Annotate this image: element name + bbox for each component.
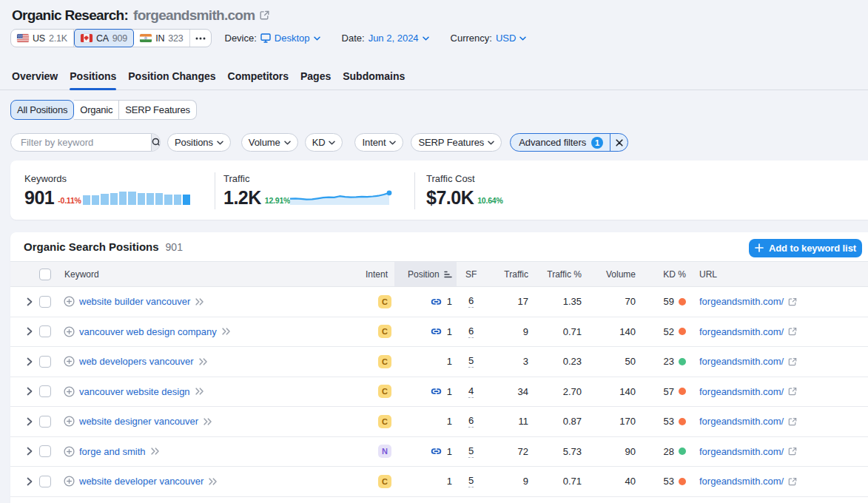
add-keyword-icon[interactable] bbox=[64, 476, 75, 487]
serp-features-count[interactable]: 4 bbox=[468, 385, 474, 398]
expand-row-chevron-icon[interactable] bbox=[27, 357, 33, 366]
url-link[interactable]: forgeandsmith.com/ bbox=[699, 476, 784, 487]
row-checkbox[interactable] bbox=[39, 445, 51, 457]
expand-row-chevron-icon[interactable] bbox=[27, 297, 33, 306]
intent-badge[interactable]: C bbox=[378, 475, 391, 488]
expand-row-chevron-icon[interactable] bbox=[27, 327, 33, 336]
url-external-link-icon[interactable] bbox=[788, 357, 797, 366]
intent-badge[interactable]: C bbox=[378, 355, 391, 368]
expand-row-chevron-icon[interactable] bbox=[27, 417, 33, 426]
add-keyword-icon[interactable] bbox=[64, 326, 75, 337]
expand-row-chevron-icon[interactable] bbox=[27, 477, 33, 486]
url-link[interactable]: forgeandsmith.com/ bbox=[699, 296, 784, 307]
expand-row-chevron-icon[interactable] bbox=[27, 447, 33, 456]
url-link[interactable]: forgeandsmith.com/ bbox=[699, 386, 784, 397]
date-selector[interactable]: Date: Jun 2, 2024 bbox=[342, 33, 429, 44]
add-keyword-icon[interactable] bbox=[64, 446, 75, 457]
filter-chip-intent[interactable]: Intent bbox=[354, 133, 403, 152]
intent-badge[interactable]: C bbox=[378, 295, 391, 308]
keyword-details-icon[interactable] bbox=[209, 478, 218, 485]
row-checkbox[interactable] bbox=[39, 385, 51, 397]
intent-badge[interactable]: N bbox=[378, 445, 391, 458]
currency-selector[interactable]: Currency: USD bbox=[451, 33, 527, 44]
expand-row-chevron-icon[interactable] bbox=[27, 387, 33, 396]
device-selector[interactable]: Device: Desktop bbox=[225, 33, 320, 44]
segment-all-positions[interactable]: All Positions bbox=[10, 100, 74, 120]
country-button-in[interactable]: IN 323 bbox=[134, 30, 189, 47]
tab-positions[interactable]: Positions bbox=[70, 67, 116, 90]
url-link[interactable]: forgeandsmith.com/ bbox=[699, 416, 784, 427]
column-header-traffic[interactable]: Traffic bbox=[504, 269, 528, 280]
column-header-sf[interactable]: SF bbox=[465, 269, 477, 280]
serp-features-count[interactable]: 6 bbox=[468, 295, 474, 308]
clear-advanced-filters-button[interactable] bbox=[610, 134, 628, 151]
segment-organic[interactable]: Organic bbox=[74, 100, 119, 120]
country-button-us[interactable]: US 2.1K bbox=[11, 30, 74, 47]
add-keyword-icon[interactable] bbox=[64, 356, 75, 367]
serp-link-icon[interactable] bbox=[431, 326, 442, 337]
serp-features-count[interactable]: 6 bbox=[468, 415, 474, 428]
keyword-link[interactable]: website builder vancouver bbox=[79, 296, 190, 307]
tab-position-changes[interactable]: Position Changes bbox=[128, 67, 215, 90]
add-to-keyword-list-button[interactable]: Add to keyword list bbox=[749, 239, 862, 257]
domain-external-link-icon[interactable] bbox=[260, 10, 269, 23]
filter-chip-serp-features[interactable]: SERP Features bbox=[411, 133, 502, 152]
serp-features-count[interactable]: 6 bbox=[468, 325, 474, 338]
intent-badge[interactable]: C bbox=[378, 385, 391, 398]
serp-features-count[interactable]: 5 bbox=[468, 475, 474, 487]
intent-badge[interactable]: C bbox=[378, 325, 391, 338]
url-external-link-icon[interactable] bbox=[788, 387, 797, 396]
add-keyword-icon[interactable] bbox=[64, 416, 75, 427]
column-header-intent[interactable]: Intent bbox=[366, 269, 388, 280]
row-checkbox[interactable] bbox=[39, 416, 51, 428]
intent-badge[interactable]: C bbox=[378, 415, 391, 428]
column-header-url[interactable]: URL bbox=[699, 269, 717, 280]
column-header-volume[interactable]: Volume bbox=[606, 269, 636, 280]
url-link[interactable]: forgeandsmith.com/ bbox=[699, 326, 784, 337]
add-keyword-icon[interactable] bbox=[64, 386, 75, 397]
url-link[interactable]: forgeandsmith.com/ bbox=[699, 356, 784, 367]
column-header-kd[interactable]: KD % bbox=[663, 269, 686, 280]
keyword-link[interactable]: website designer vancouver bbox=[79, 416, 198, 427]
keyword-filter-input[interactable] bbox=[11, 134, 151, 151]
serp-features-count[interactable]: 5 bbox=[468, 355, 474, 368]
search-button[interactable] bbox=[151, 134, 161, 151]
serp-link-icon[interactable] bbox=[431, 386, 442, 396]
advanced-filters-button[interactable]: Advanced filters 1 bbox=[511, 134, 610, 151]
tab-pages[interactable]: Pages bbox=[300, 67, 331, 90]
row-checkbox[interactable] bbox=[39, 356, 51, 368]
serp-link-icon[interactable] bbox=[431, 446, 442, 456]
keyword-details-icon[interactable] bbox=[222, 328, 231, 335]
filter-chip-volume[interactable]: Volume bbox=[241, 133, 298, 152]
row-checkbox[interactable] bbox=[39, 476, 51, 487]
keyword-details-icon[interactable] bbox=[199, 358, 208, 365]
keyword-link[interactable]: vancouver web design company bbox=[79, 326, 217, 337]
row-checkbox[interactable] bbox=[39, 325, 51, 337]
serp-features-count[interactable]: 5 bbox=[468, 445, 474, 458]
url-external-link-icon[interactable] bbox=[788, 477, 797, 486]
keyword-details-icon[interactable] bbox=[195, 298, 204, 305]
select-all-checkbox[interactable] bbox=[39, 269, 51, 280]
keyword-details-icon[interactable] bbox=[195, 388, 204, 395]
serp-link-icon[interactable] bbox=[431, 297, 442, 307]
url-link[interactable]: forgeandsmith.com/ bbox=[699, 446, 784, 457]
more-countries-button[interactable] bbox=[190, 30, 211, 47]
add-keyword-icon[interactable] bbox=[64, 296, 75, 307]
url-external-link-icon[interactable] bbox=[788, 417, 797, 426]
filter-chip-kd[interactable]: KD bbox=[305, 133, 343, 152]
row-checkbox[interactable] bbox=[39, 296, 51, 308]
filter-chip-positions[interactable]: Positions bbox=[167, 133, 231, 152]
url-external-link-icon[interactable] bbox=[788, 297, 797, 306]
column-header-position[interactable]: Position bbox=[394, 262, 457, 286]
keyword-details-icon[interactable] bbox=[151, 448, 160, 455]
tab-competitors[interactable]: Competitors bbox=[228, 67, 289, 90]
column-header-traffic-pct[interactable]: Traffic % bbox=[547, 269, 582, 280]
keyword-link[interactable]: web developers vancouver bbox=[79, 356, 194, 367]
url-external-link-icon[interactable] bbox=[788, 447, 797, 456]
keyword-details-icon[interactable] bbox=[203, 418, 212, 425]
keyword-link[interactable]: website developer vancouver bbox=[79, 476, 203, 487]
tab-subdomains[interactable]: Subdomains bbox=[343, 67, 405, 90]
keyword-link[interactable]: forge and smith bbox=[79, 446, 146, 457]
url-external-link-icon[interactable] bbox=[788, 327, 797, 336]
keyword-link[interactable]: vancouver website design bbox=[79, 386, 190, 397]
